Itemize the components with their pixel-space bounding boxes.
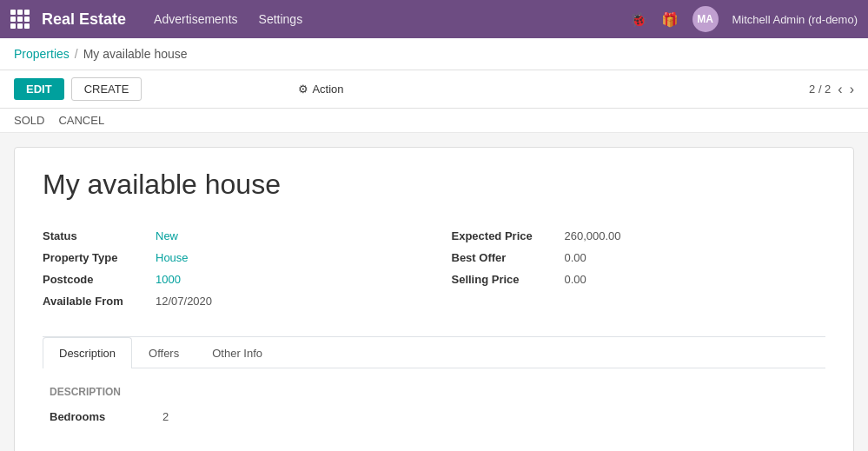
selling-price-label: Selling Price: [452, 273, 565, 286]
next-page-button[interactable]: ›: [850, 82, 854, 97]
gift-icon[interactable]: 🎁: [661, 11, 679, 28]
expected-price-value: 260,000.00: [565, 229, 621, 242]
user-name: Mitchell Admin (rd-demo): [732, 13, 858, 26]
create-button[interactable]: CREATE: [71, 77, 142, 101]
available-from-label: Available From: [43, 295, 156, 308]
cancel-button[interactable]: CANCEL: [58, 114, 104, 127]
gear-icon: ⚙: [298, 83, 308, 96]
action-label: Action: [312, 83, 343, 96]
bedrooms-label: Bedrooms: [50, 410, 162, 423]
property-type-value[interactable]: House: [156, 251, 189, 264]
tab-content-description: Description Bedrooms 2: [43, 368, 825, 437]
status-bar: SOLD CANCEL: [0, 109, 868, 133]
top-navigation: Real Estate Advertisements Settings 🐞 🎁 …: [0, 0, 868, 38]
field-expected-price: Expected Price 260,000.00: [452, 225, 826, 247]
tab-description[interactable]: Description: [43, 337, 132, 368]
postcode-label: Postcode: [43, 273, 156, 286]
postcode-value: 1000: [156, 273, 181, 286]
field-property-type: Property Type House: [43, 247, 417, 269]
breadcrumb-parent[interactable]: Properties: [14, 47, 70, 61]
fields-grid: Status New Property Type House Postcode …: [43, 225, 825, 312]
prev-page-button[interactable]: ‹: [838, 82, 842, 97]
main-content: My available house Status New Property T…: [0, 133, 868, 451]
record-card: My available house Status New Property T…: [14, 147, 854, 451]
property-type-label: Property Type: [43, 251, 156, 264]
nav-link-advertisements[interactable]: Advertisements: [154, 12, 237, 26]
sold-button[interactable]: SOLD: [14, 114, 44, 127]
pagination: 2 / 2 ‹ ›: [809, 82, 854, 97]
bug-icon[interactable]: 🐞: [630, 11, 647, 28]
action-button[interactable]: ⚙ Action: [298, 83, 343, 96]
edit-button[interactable]: EDIT: [14, 78, 64, 100]
grid-menu-button[interactable]: [10, 10, 30, 29]
page-indicator: 2 / 2: [809, 83, 831, 96]
top-nav-right: 🐞 🎁 MA Mitchell Admin (rd-demo): [630, 6, 858, 32]
record-title: My available house: [43, 169, 825, 201]
field-bedrooms: Bedrooms 2: [50, 407, 818, 427]
status-label: Status: [43, 229, 156, 242]
tabs-nav: Description Offers Other Info: [43, 337, 825, 368]
nav-links: Advertisements Settings: [154, 12, 629, 26]
expected-price-label: Expected Price: [452, 229, 565, 242]
fields-right: Expected Price 260,000.00 Best Offer 0.0…: [452, 225, 826, 312]
breadcrumb-current: My available house: [83, 47, 188, 61]
field-postcode: Postcode 1000: [43, 269, 417, 290]
field-best-offer: Best Offer 0.00: [452, 247, 826, 269]
tab-offers[interactable]: Offers: [132, 337, 195, 368]
best-offer-label: Best Offer: [452, 251, 565, 264]
selling-price-value: 0.00: [565, 273, 586, 286]
grid-icon: [10, 10, 30, 29]
field-available-from: Available From 12/07/2020: [43, 290, 417, 312]
tab-other-info[interactable]: Other Info: [195, 337, 279, 368]
best-offer-value: 0.00: [565, 251, 586, 264]
tabs-container: Description Offers Other Info Descriptio…: [43, 336, 825, 437]
status-value: New: [156, 229, 178, 242]
app-brand: Real Estate: [42, 10, 126, 29]
action-bar: EDIT CREATE ⚙ Action 2 / 2 ‹ ›: [0, 70, 868, 109]
bedrooms-value: 2: [162, 410, 169, 423]
available-from-value: 12/07/2020: [156, 295, 212, 308]
field-status: Status New: [43, 225, 417, 247]
avatar[interactable]: MA: [692, 6, 719, 32]
field-selling-price: Selling Price 0.00: [452, 269, 826, 290]
description-section-label: Description: [50, 386, 818, 398]
breadcrumb: Properties / My available house: [0, 38, 868, 70]
fields-left: Status New Property Type House Postcode …: [43, 225, 417, 312]
breadcrumb-separator: /: [75, 47, 78, 61]
nav-link-settings[interactable]: Settings: [259, 12, 303, 26]
